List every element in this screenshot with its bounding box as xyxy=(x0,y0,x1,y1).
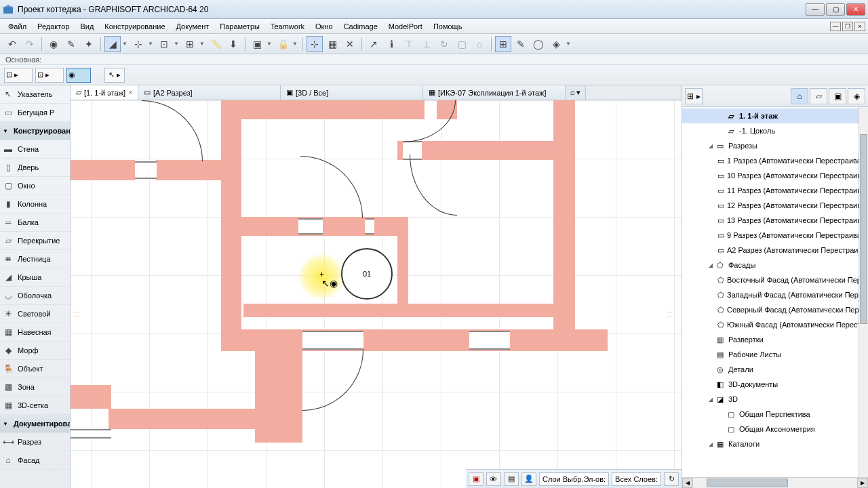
tree-item[interactable]: ▭А2 Разрез (Автоматически Перестраиваема… xyxy=(682,243,868,258)
menu-edit[interactable]: Редактор xyxy=(32,20,75,33)
camera-button[interactable]: ◯ xyxy=(530,36,547,52)
tool-pointer[interactable]: ↖ Указатель xyxy=(0,85,70,104)
hscroll-left[interactable]: ◀ xyxy=(682,478,693,488)
tool-mesh[interactable]: ▦3D-сетка xyxy=(0,396,70,415)
snap-guide-button[interactable]: ⊹ xyxy=(130,36,146,52)
tree-item[interactable]: ◢◪3D xyxy=(682,392,868,407)
snap-guide-dropdown[interactable]: ▼ xyxy=(148,41,155,47)
element-info-button[interactable]: ℹ xyxy=(383,36,399,52)
magic-wand-button[interactable]: ✦ xyxy=(81,36,97,52)
tool-marquee[interactable]: ▭ Бегущая Р xyxy=(0,104,70,122)
tool-zone[interactable]: ▩Зона xyxy=(0,378,70,396)
menu-modelport[interactable]: ModelPort xyxy=(383,20,428,33)
menu-design[interactable]: Конструирование xyxy=(99,20,170,33)
tree-item[interactable]: ⬠Восточный Фасад (Автоматически Перестра… xyxy=(682,272,868,287)
tool-skylight[interactable]: ☀Световой xyxy=(0,305,70,323)
doc-close-button[interactable]: × xyxy=(854,22,865,31)
tool-roof[interactable]: ◢Крыша xyxy=(0,268,70,287)
guideline-button[interactable]: ◢ xyxy=(104,36,121,52)
menu-window[interactable]: Окно xyxy=(310,20,338,33)
tree-item[interactable]: ▱1. 1-й этаж xyxy=(682,108,868,123)
expand-icon[interactable]: ◢ xyxy=(707,396,715,403)
pick-params-button[interactable]: ◉ xyxy=(45,36,62,52)
tab-floorplan[interactable]: ▱ [1. 1-й этаж] × xyxy=(71,85,138,100)
tab-3d[interactable]: ▣ [3D / Все] xyxy=(281,85,423,100)
align3-button[interactable]: ↻ xyxy=(436,36,452,52)
toolbox-section-doc[interactable]: ▼ Документирование xyxy=(0,415,70,433)
tree-item[interactable]: ▭9 Разрез (Автоматически Перестраиваемая… xyxy=(682,228,868,243)
suspend-button[interactable]: 🔒 xyxy=(275,36,291,52)
status-refresh-button[interactable]: ↻ xyxy=(664,472,679,486)
navigator-tree[interactable]: ▱1. 1-й этаж▱-1. Цоколь◢▭Разрезы▭1 Разре… xyxy=(682,107,868,477)
redo-button[interactable]: ↷ xyxy=(22,36,38,52)
tree-item[interactable]: ◢⬠Фасады xyxy=(682,258,868,272)
inject-params-button[interactable]: ✎ xyxy=(63,36,79,52)
snap-point-dropdown[interactable]: ▼ xyxy=(174,41,180,47)
tab-schedule[interactable]: ▦ [ИКЭ-07 Экспликация 1-й этаж] xyxy=(423,85,566,100)
tool-beam[interactable]: ═Балка xyxy=(0,214,70,232)
expand-icon[interactable]: ◢ xyxy=(707,441,715,447)
tree-item[interactable]: ⬠Южный Фасад (Автоматически Перестраивае… xyxy=(682,317,868,332)
surface-snap-button[interactable]: ▦ xyxy=(324,36,340,52)
tree-item[interactable]: ◎Детали xyxy=(682,362,868,377)
tab-overflow-button[interactable]: ⌂ ▾ xyxy=(566,85,586,100)
tool-column[interactable]: ▮Колонна xyxy=(0,195,70,214)
navigator-hscroll[interactable]: ◀ ▶ xyxy=(682,477,868,488)
tool-stair[interactable]: ⩩Лестница xyxy=(0,250,70,268)
tool-door[interactable]: ▯Дверь xyxy=(0,159,70,177)
tool-window[interactable]: ▢Окно xyxy=(0,177,70,195)
tool-object[interactable]: 🪑Объект xyxy=(0,360,70,378)
tool-curtain[interactable]: ▦Навесная xyxy=(0,323,70,342)
renovation-button[interactable]: ⊞ xyxy=(495,36,511,52)
grid-snap-dropdown[interactable]: ▼ xyxy=(199,41,206,47)
geometry-option-3-selected[interactable]: ◉ xyxy=(66,68,91,83)
menu-file[interactable]: Файл xyxy=(3,20,32,33)
tree-item[interactable]: ◧3D-документы xyxy=(682,377,868,392)
element-snap-button[interactable]: ⊹ xyxy=(307,36,323,52)
status-eye-button[interactable]: 👁 xyxy=(486,472,501,486)
hscroll-thumb[interactable] xyxy=(707,479,788,487)
menu-view[interactable]: Вид xyxy=(75,20,99,33)
menu-teamwork[interactable]: Teamwork xyxy=(265,20,310,33)
snap-point-button[interactable]: ⊡ xyxy=(156,36,172,52)
nav-project-map-button[interactable]: ⌂ xyxy=(791,88,808,104)
filter-button[interactable]: ✎ xyxy=(513,36,529,52)
cursor-option[interactable]: ↖ ▸ xyxy=(104,68,125,83)
grid-toggle-button[interactable]: ✕ xyxy=(342,36,358,52)
nav-publisher-button[interactable]: ◈ xyxy=(848,88,865,104)
geometry-option-2[interactable]: ⊡ ▸ xyxy=(35,68,64,83)
3d-button[interactable]: ◈ xyxy=(548,36,564,52)
menu-options[interactable]: Параметры xyxy=(214,20,265,33)
tree-item[interactable]: ▭13 Разрез (Автоматически Перестраиваема… xyxy=(682,213,868,228)
doc-restore-button[interactable]: ❐ xyxy=(842,22,853,31)
status-user-button[interactable]: 👤 xyxy=(521,472,536,486)
expand-icon[interactable]: ◢ xyxy=(707,143,715,149)
tree-item[interactable]: ⬠Западный Фасад (Автоматически Перестраи… xyxy=(682,287,868,302)
tree-item[interactable]: ▭1 Разрез (Автоматически Перестраиваемая… xyxy=(682,153,868,168)
align-button[interactable]: ⊤ xyxy=(401,36,417,52)
menu-help[interactable]: Помощь xyxy=(428,20,468,33)
3d-dropdown[interactable]: ▼ xyxy=(566,41,572,47)
drawing-canvas[interactable]: — — │ │ │ │ + ↖◉ 01 ▣ 👁 ▤ 👤 Слои Выбр.Эл… xyxy=(71,100,682,488)
tree-item[interactable]: ▢Общая Перспектива xyxy=(682,407,868,422)
expand-icon[interactable]: ◢ xyxy=(707,262,715,268)
tool-wall[interactable]: ▬Стена xyxy=(0,140,70,159)
tree-item[interactable]: ⬠Северный Фасад (Автоматически Перестраи… xyxy=(682,302,868,317)
maximize-button[interactable]: ▢ xyxy=(826,3,845,16)
tree-item[interactable]: ▭10 Разрез (Автоматически Перестраиваема… xyxy=(682,168,868,183)
toolbox-section-design[interactable]: ▼ Конструирование xyxy=(0,122,70,140)
status-selected-layers[interactable]: Слои Выбр.Эл-ов: xyxy=(539,472,609,486)
grid-snap-button[interactable]: ⊞ xyxy=(182,36,198,52)
measure-button[interactable]: ↗ xyxy=(366,36,382,52)
doc-minimize-button[interactable]: — xyxy=(830,22,841,31)
status-all-layers[interactable]: Всех Слоев: xyxy=(612,472,661,486)
suspend-dropdown[interactable]: ▼ xyxy=(292,41,299,47)
menu-cadimage[interactable]: Cadimage xyxy=(338,20,383,33)
tree-item[interactable]: ◢▭Разрезы xyxy=(682,138,868,153)
tree-item[interactable]: ◢▦Каталоги xyxy=(682,436,868,451)
nav-layout-button[interactable]: ▣ xyxy=(829,88,846,104)
nav-tree-button[interactable]: ⊞ ▸ xyxy=(685,88,703,104)
tree-scroll-thumb[interactable] xyxy=(860,134,867,324)
tree-scrollbar[interactable] xyxy=(859,107,868,477)
tree-item[interactable]: ▭11 Разрез (Автоматически Перестраиваема… xyxy=(682,183,868,198)
